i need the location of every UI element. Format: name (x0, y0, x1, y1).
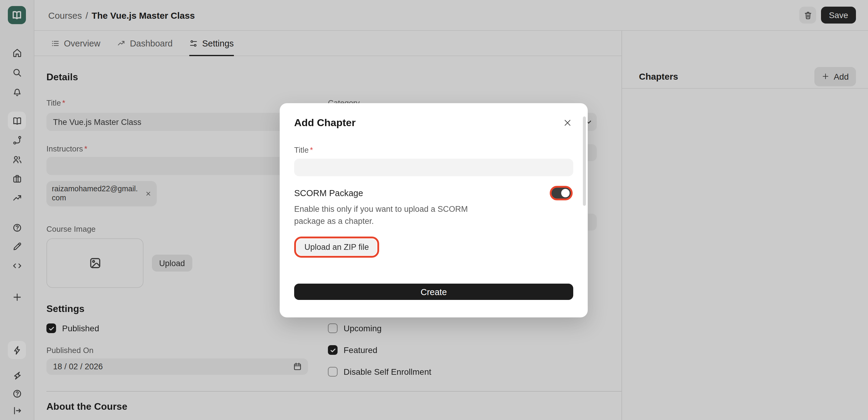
modal-scrollbar-thumb[interactable] (583, 116, 586, 206)
highlight-ring: Upload an ZIP file (294, 236, 379, 258)
upload-zip-button[interactable]: Upload an ZIP file (297, 239, 377, 255)
scorm-description: Enable this only if you want to upload a… (294, 203, 493, 227)
close-dialog-button[interactable] (562, 117, 573, 129)
add-chapter-dialog: Add Chapter Title* SCORM Package Enable … (280, 103, 588, 317)
chapter-title-label: Title* (294, 145, 573, 155)
dialog-title: Add Chapter (294, 117, 355, 129)
required-asterisk: * (310, 145, 313, 155)
scorm-package-toggle[interactable] (552, 188, 571, 199)
create-chapter-button[interactable]: Create (294, 284, 573, 300)
chapter-title-input[interactable] (294, 159, 573, 176)
toggle-knob (561, 189, 569, 197)
close-icon (563, 118, 572, 127)
scorm-package-label: SCORM Package (294, 188, 363, 198)
app-window: Courses / The Vue.js Master Class Save O… (0, 0, 868, 420)
